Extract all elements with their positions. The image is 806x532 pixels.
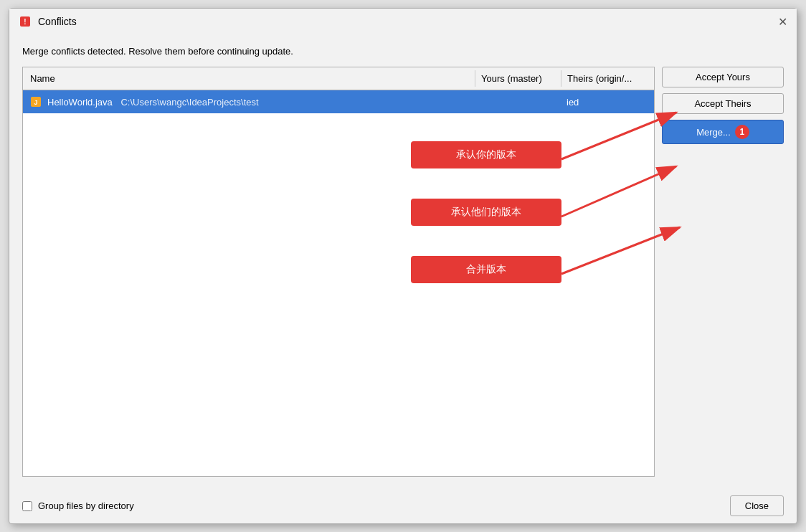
dialog-icon: ! [18, 14, 32, 29]
conflicts-dialog: ! Conflicts ✕ Merge conflicts detected. … [9, 8, 797, 524]
dialog-footer: Group files by directory Close [9, 488, 797, 523]
col-yours-header: Yours (master) [475, 70, 561, 87]
table-row[interactable]: J HelloWorld.java C:\Users\wangc\IdeaPro… [23, 90, 654, 113]
dialog-body: Merge conflicts detected. Resolve them b… [9, 34, 797, 488]
action-buttons: Accept Yours Accept Theirs Merge... 1 [662, 67, 784, 477]
group-by-dir-label: Group files by directory [38, 500, 134, 511]
merge-count-badge: 1 [735, 125, 749, 139]
title-bar: ! Conflicts ✕ [9, 9, 797, 34]
file-name: HelloWorld.java C:\Users\wangc\IdeaProje… [44, 97, 475, 108]
svg-text:!: ! [24, 18, 26, 26]
merge-label: Merge... [696, 127, 731, 138]
accept-theirs-button[interactable]: Accept Theirs [662, 93, 784, 114]
file-basename: HelloWorld.java [47, 97, 113, 108]
merge-button[interactable]: Merge... 1 [662, 120, 784, 144]
main-area: Name Yours (master) Theirs (origin/... J [22, 67, 784, 477]
table-header: Name Yours (master) Theirs (origin/... [23, 67, 654, 90]
close-icon[interactable]: ✕ [775, 14, 790, 29]
group-by-dir-area: Group files by directory [22, 500, 730, 511]
conflicts-table: Name Yours (master) Theirs (origin/... J [22, 67, 655, 477]
col-theirs-header: Theirs (origin/... [561, 70, 654, 87]
accept-yours-button[interactable]: Accept Yours [662, 67, 784, 87]
close-button[interactable]: Close [730, 495, 784, 516]
svg-text:J: J [34, 99, 37, 106]
theirs-status: ied [561, 97, 654, 108]
col-name-header: Name [23, 70, 475, 87]
file-path: C:\Users\wangc\IdeaProjects\test [120, 97, 258, 108]
group-by-dir-checkbox[interactable] [22, 501, 32, 511]
dialog-title: Conflicts [38, 16, 788, 27]
java-file-icon: J [23, 96, 44, 108]
table-body: J HelloWorld.java C:\Users\wangc\IdeaPro… [23, 90, 654, 476]
subtitle-text: Merge conflicts detected. Resolve them b… [22, 46, 784, 57]
